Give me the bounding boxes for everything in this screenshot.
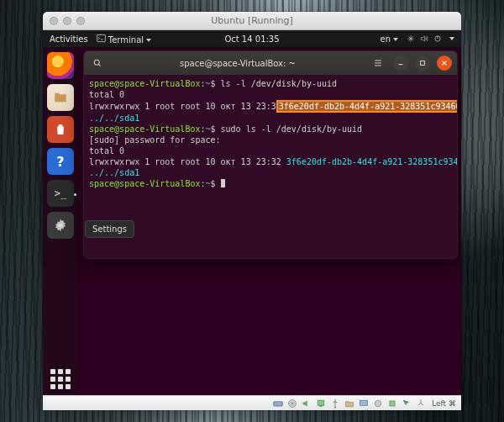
guest-screen: Activities Terminal Oct 14 01:35 en <box>43 30 461 395</box>
search-icon <box>92 58 102 68</box>
svg-point-7 <box>291 402 293 404</box>
activities-button[interactable]: Activities <box>50 34 88 44</box>
clock[interactable]: Oct 14 01:35 <box>224 34 279 44</box>
chevron-down-icon <box>393 38 398 41</box>
mouse-integration-icon[interactable] <box>402 398 412 409</box>
dock-help[interactable]: ? <box>47 148 74 175</box>
svg-rect-4 <box>421 61 425 66</box>
audio-icon[interactable] <box>302 398 312 409</box>
minimize-icon[interactable] <box>63 17 71 25</box>
svg-point-12 <box>375 400 381 407</box>
system-menu[interactable] <box>407 34 454 43</box>
svg-rect-8 <box>318 400 324 405</box>
svg-rect-11 <box>360 400 368 405</box>
cpu-icon[interactable] <box>387 398 397 409</box>
chevron-down-icon <box>449 37 454 40</box>
virtualbox-window: Ubuntu [Running] Activities Terminal Oct… <box>43 12 461 410</box>
virtualbox-statusbar: Left ⌘ <box>43 395 461 410</box>
dock: ? >_ <box>43 47 78 395</box>
terminal-title: space@space-VirtualBox: ~ <box>111 59 365 68</box>
svg-rect-13 <box>390 401 395 406</box>
dock-terminal[interactable]: >_ <box>47 180 74 207</box>
question-icon: ? <box>56 154 64 170</box>
host-titlebar[interactable]: Ubuntu [Running] <box>43 12 461 30</box>
hdd-icon[interactable] <box>273 398 283 409</box>
gnome-topbar: Activities Terminal Oct 14 01:35 en <box>43 30 461 47</box>
chevron-down-icon <box>146 39 151 42</box>
display-icon[interactable] <box>359 398 369 409</box>
app-menu-label: Terminal <box>108 35 144 45</box>
host-key-indicator[interactable]: Left ⌘ <box>432 399 456 408</box>
svg-rect-0 <box>97 34 105 41</box>
dock-firefox[interactable] <box>47 52 74 79</box>
terminal-output[interactable]: space@space-VirtualBox:~$ ls -l /dev/dis… <box>84 75 457 258</box>
svg-rect-5 <box>274 401 283 405</box>
minimize-icon <box>397 60 404 66</box>
dock-software[interactable] <box>47 116 74 143</box>
terminal-headerbar[interactable]: space@space-VirtualBox: ~ <box>84 51 457 75</box>
optical-icon[interactable] <box>287 398 297 409</box>
terminal-menu-button[interactable] <box>370 55 386 71</box>
maximize-icon <box>419 60 426 66</box>
shared-folders-icon[interactable] <box>344 398 354 409</box>
zoom-icon[interactable] <box>76 17 85 25</box>
minimize-button[interactable] <box>393 55 408 71</box>
hamburger-icon <box>373 58 383 68</box>
app-menu[interactable]: Terminal <box>97 34 151 45</box>
svg-point-3 <box>94 60 99 65</box>
show-applications-button[interactable] <box>48 367 73 392</box>
terminal-icon <box>97 34 106 43</box>
usb-icon[interactable] <box>330 398 340 409</box>
network-icon <box>407 34 415 43</box>
close-button[interactable] <box>437 55 452 71</box>
shopping-bag-icon <box>54 123 67 136</box>
uuid-highlight: 3f6e20df-db2b-4d4f-a921-328351c93460 <box>276 100 457 113</box>
power-icon <box>433 34 442 43</box>
new-tab-button[interactable] <box>89 55 106 71</box>
svg-point-10 <box>334 406 336 408</box>
keyboard-icon[interactable] <box>416 398 426 409</box>
dock-settings[interactable] <box>47 212 74 239</box>
folder-icon <box>53 90 68 105</box>
cursor <box>221 179 225 187</box>
dock-tooltip: Settings <box>85 220 134 238</box>
close-icon[interactable] <box>50 17 58 25</box>
recording-icon[interactable] <box>373 398 383 409</box>
maximize-button[interactable] <box>415 55 430 71</box>
dock-files[interactable] <box>47 84 74 111</box>
input-source[interactable]: en <box>381 34 399 44</box>
terminal-window: space@space-VirtualBox: ~ space@space-Vi… <box>83 50 458 259</box>
close-icon <box>441 60 448 66</box>
network-icon[interactable] <box>316 398 326 409</box>
gear-icon <box>53 218 68 233</box>
volume-icon <box>420 34 428 43</box>
host-window-title: Ubuntu [Running] <box>43 15 461 26</box>
svg-rect-9 <box>320 405 323 407</box>
